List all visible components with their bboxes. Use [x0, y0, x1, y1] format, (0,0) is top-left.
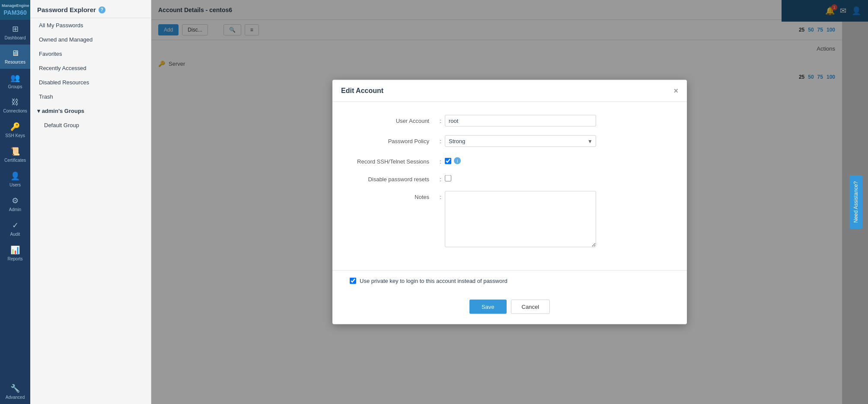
advanced-icon: 🔧: [10, 384, 20, 393]
record-ssh-control: i: [445, 156, 670, 164]
disable-resets-checkbox[interactable]: [445, 175, 451, 182]
admin-icon: ⚙: [12, 196, 19, 205]
groups-icon: 👥: [10, 73, 20, 83]
nav-favorites[interactable]: Favorites: [30, 47, 151, 61]
modal-footer: Save Cancel: [332, 293, 687, 324]
sidebar: ManageEngine PAM360 ⊞ Dashboard 🖥 Resour…: [0, 0, 30, 404]
password-policy-row: Password Policy : Strong Normal Custom N…: [350, 135, 670, 147]
edit-account-modal: Edit Account × User Account : Password P…: [332, 80, 687, 324]
notes-label: Notes: [350, 191, 436, 200]
password-policy-control: Strong Normal Custom None ▼: [445, 135, 670, 147]
notes-control: [445, 191, 670, 249]
sidebar-item-ssh-keys[interactable]: 🔑 SSH Keys: [0, 118, 30, 142]
users-icon: 👤: [10, 171, 20, 181]
resources-icon: 🖥: [11, 49, 19, 58]
certificates-icon: 📜: [10, 147, 20, 156]
sidebar-item-admin[interactable]: ⚙ Admin: [0, 192, 30, 216]
modal-title: Edit Account: [341, 87, 383, 95]
notes-colon: :: [436, 191, 445, 200]
record-ssh-colon: :: [436, 156, 445, 165]
nav-all-passwords[interactable]: All My Passwords: [30, 18, 151, 32]
groups-section-header[interactable]: ▾ admin's Groups: [30, 104, 151, 118]
sidebar-item-resources[interactable]: 🖥 Resources: [0, 45, 30, 69]
sidebar-item-groups[interactable]: 👥 Groups: [0, 69, 30, 93]
disable-resets-control: [445, 173, 670, 182]
main-content: Account Details - centos6 × Add Disc... …: [151, 0, 868, 404]
ssh-keys-icon: 🔑: [10, 122, 20, 131]
need-assistance-tab[interactable]: Need Assistance?: [849, 175, 862, 229]
password-policy-label: Password Policy: [350, 135, 436, 144]
modal-body: User Account : Password Policy : Strong …: [332, 102, 687, 266]
connections-icon: ⛓: [11, 98, 19, 107]
sidebar-item-label: Reports: [7, 257, 22, 261]
user-account-row: User Account :: [350, 115, 670, 127]
sidebar-item-connections[interactable]: ⛓ Connections: [0, 93, 30, 118]
record-ssh-checkbox-wrapper: i: [445, 156, 670, 164]
password-policy-select-wrapper: Strong Normal Custom None ▼: [445, 135, 596, 147]
user-account-input[interactable]: [445, 115, 596, 127]
private-key-label: Use private key to login to this account…: [360, 278, 507, 284]
sidebar-item-certificates[interactable]: 📜 Certificates: [0, 142, 30, 167]
nav-trash[interactable]: Trash: [30, 90, 151, 104]
private-key-checkbox[interactable]: [350, 278, 356, 284]
modal-close-button[interactable]: ×: [673, 87, 678, 95]
reports-icon: 📊: [10, 245, 20, 255]
sidebar-item-label: Admin: [9, 207, 21, 212]
disable-resets-row: Disable password resets :: [350, 173, 670, 183]
sidebar-item-label: Connections: [3, 109, 27, 113]
sidebar-item-label: Audit: [10, 232, 20, 237]
audit-icon: ✓: [12, 221, 19, 230]
explorer-title: Password Explorer: [37, 6, 96, 13]
sidebar-item-advanced[interactable]: 🔧 Advanced: [0, 379, 30, 404]
password-policy-select[interactable]: Strong Normal Custom None: [445, 135, 596, 147]
record-ssh-label: Record SSH/Telnet Sessions: [350, 156, 436, 165]
modal-header: Edit Account ×: [332, 80, 687, 102]
disable-resets-checkbox-wrapper: [445, 173, 670, 182]
sidebar-item-audit[interactable]: ✓ Audit: [0, 216, 30, 241]
sidebar-item-label: Users: [10, 183, 21, 187]
save-button[interactable]: Save: [469, 300, 507, 314]
record-ssh-checkbox[interactable]: [445, 157, 451, 164]
nav-owned-managed[interactable]: Owned and Managed: [30, 32, 151, 47]
modal-divider: [332, 270, 687, 271]
sidebar-item-label: Groups: [8, 84, 22, 89]
user-account-colon: :: [436, 115, 445, 124]
explorer-panel: Password Explorer ? All My Passwords Own…: [30, 0, 151, 404]
sidebar-item-label: Resources: [5, 60, 26, 64]
sidebar-item-label: Advanced: [6, 395, 25, 400]
notes-row: Notes :: [350, 191, 670, 249]
brand: ManageEngine PAM360: [0, 0, 30, 20]
user-account-label: User Account: [350, 115, 436, 124]
record-ssh-info-icon[interactable]: i: [454, 157, 461, 164]
disable-resets-colon: :: [436, 173, 445, 183]
sidebar-item-label: SSH Keys: [5, 133, 25, 138]
nav-default-group[interactable]: Default Group: [30, 118, 151, 132]
explorer-header: Password Explorer ?: [30, 0, 151, 18]
notes-textarea[interactable]: [445, 191, 596, 247]
password-policy-colon: :: [436, 135, 445, 144]
disable-resets-label: Disable password resets: [350, 173, 436, 183]
record-ssh-row: Record SSH/Telnet Sessions : i: [350, 156, 670, 165]
explorer-help-icon[interactable]: ?: [99, 6, 105, 13]
brand-engine: ManageEngine: [2, 3, 29, 9]
sidebar-item-users[interactable]: 👤 Users: [0, 167, 30, 192]
sidebar-item-dashboard[interactable]: ⊞ Dashboard: [0, 20, 30, 45]
nav-recently-accessed[interactable]: Recently Accessed: [30, 61, 151, 75]
sidebar-item-label: Certificates: [4, 158, 26, 163]
brand-product: PAM360: [2, 9, 29, 16]
sidebar-item-label: Dashboard: [5, 35, 26, 40]
cancel-button[interactable]: Cancel: [511, 300, 550, 314]
sidebar-item-reports[interactable]: 📊 Reports: [0, 241, 30, 266]
nav-disabled-resources[interactable]: Disabled Resources: [30, 75, 151, 90]
user-account-control: [445, 115, 670, 127]
dashboard-icon: ⊞: [12, 24, 19, 34]
private-key-row: Use private key to login to this account…: [332, 278, 687, 284]
